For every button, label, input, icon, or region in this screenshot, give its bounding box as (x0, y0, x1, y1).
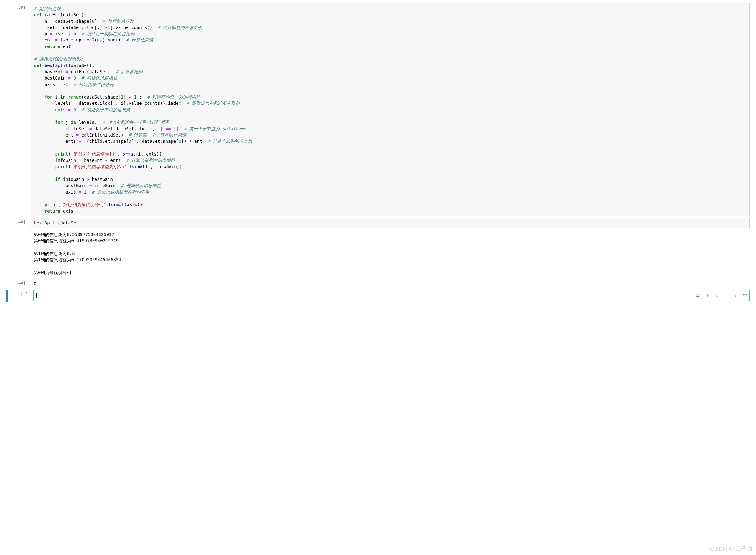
cell-toolbar (696, 293, 747, 298)
code-cell: [40]: bestSplit(dataSet) (6, 218, 750, 229)
svg-rect-1 (697, 294, 699, 296)
execution-result: 0 (31, 279, 750, 289)
svg-rect-0 (697, 295, 700, 297)
move-up-icon[interactable] (705, 293, 710, 298)
input-prompt: [ ]: (8, 290, 33, 301)
code-input-area[interactable]: # 定义信息熵 def calEnt(dataSet): n = dataSet… (31, 3, 750, 216)
input-prompt: [40]: (6, 218, 31, 228)
move-down-icon[interactable] (714, 293, 719, 298)
result-cell: [40]: 0 (6, 279, 750, 290)
output-prompt: [40]: (6, 279, 31, 289)
stdout-output: 第0列的信息熵为0.5509775004326937 第0列的信息增益为0.41… (31, 229, 750, 278)
insert-above-icon[interactable] (723, 293, 728, 298)
input-prompt: [39]: (6, 3, 31, 216)
output-prompt-spacer (6, 229, 31, 278)
active-code-cell: [ ]: (6, 290, 750, 302)
active-cell-indicator (6, 290, 8, 302)
delete-icon[interactable] (742, 293, 747, 298)
code-cell: [39]: # 定义信息熵 def calEnt(dataSet): n = d… (6, 3, 750, 218)
insert-below-icon[interactable] (733, 293, 738, 298)
code-input-area[interactable] (33, 290, 750, 301)
code-input-area[interactable]: bestSplit(dataSet) (31, 218, 750, 228)
text-cursor (37, 293, 37, 298)
output-cell: 第0列的信息熵为0.5509775004326937 第0列的信息增益为0.41… (6, 229, 750, 279)
duplicate-icon[interactable] (696, 293, 701, 298)
